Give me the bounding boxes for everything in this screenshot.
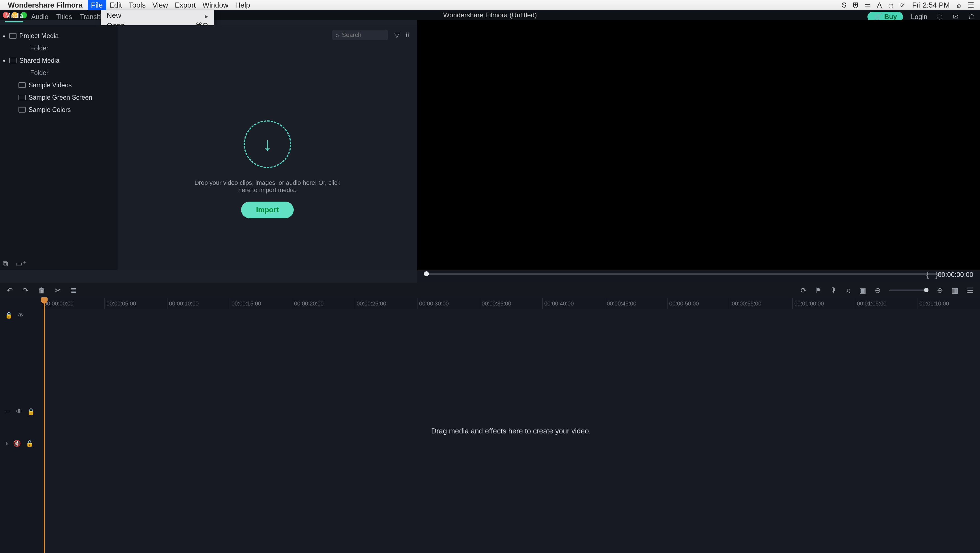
app-tab-bar: Media Audio Titles Transitions: [0, 10, 113, 22]
tab-audio[interactable]: Audio: [31, 13, 48, 22]
media-toolbar: ⌕ ▽ ⁞⁞: [118, 25, 417, 45]
audio-icon: ♪: [5, 440, 8, 447]
spotlight-icon[interactable]: ⌕: [955, 1, 963, 10]
import-button[interactable]: Import: [241, 202, 294, 218]
control-center-icon[interactable]: ☰: [967, 1, 974, 10]
scrub-knob[interactable]: [424, 271, 429, 276]
redo-icon[interactable]: ↷: [22, 286, 29, 295]
window-title: Wondershare Filmora (Untitled): [443, 11, 537, 19]
sidebar-shared-media[interactable]: Shared Media: [0, 54, 118, 67]
login-button[interactable]: Login: [911, 13, 928, 21]
ruler-tick: 00:00:15:00: [230, 298, 292, 309]
timeline-toolbar: ↶ ↷ 🗑 ✂ ≣ ⟳ ⚑ 🎙 ♫ ▣ ⊖ ⊕ ▥ ☰: [0, 283, 980, 298]
ruler-tick: 00:01:05:00: [855, 298, 917, 309]
track-header-video[interactable]: 🔒👁: [0, 309, 42, 321]
display-icon[interactable]: ▭: [864, 1, 871, 10]
drop-text: Drop your video clips, images, or audio …: [189, 179, 346, 194]
mark-in-out[interactable]: { }: [926, 270, 938, 279]
sidebar-folder-1[interactable]: Folder: [0, 42, 118, 54]
track-headers: 🔒👁 ▭👁🔒 ♪🔇🔒: [0, 298, 42, 553]
video-icon: ▭: [5, 408, 11, 415]
eye-icon[interactable]: 👁: [16, 408, 22, 415]
lock-icon[interactable]: 🔒: [27, 408, 35, 415]
new-folder-icon[interactable]: ▭⁺: [15, 259, 26, 268]
menu-help[interactable]: Help: [232, 0, 253, 10]
status-s-icon[interactable]: S: [840, 1, 848, 10]
ruler-tick: 00:00:10:00: [167, 298, 230, 309]
menu-export[interactable]: Export: [171, 0, 199, 10]
render-icon[interactable]: ⟳: [800, 286, 807, 295]
ruler-tick: 00:01:10:00: [918, 298, 980, 309]
menu-view[interactable]: View: [149, 0, 171, 10]
lock-icon[interactable]: 🔒: [26, 440, 33, 447]
menu-new[interactable]: New: [101, 10, 214, 21]
ruler-tick: 00:00:50:00: [667, 298, 730, 309]
tracks-icon[interactable]: ☰: [967, 286, 973, 295]
buy-label: Buy: [884, 13, 897, 21]
folder-icon: [19, 95, 26, 100]
playhead[interactable]: [44, 298, 45, 553]
menu-edit[interactable]: Edit: [106, 0, 126, 10]
macos-menubar: Wondershare Filmora File Edit Tools View…: [0, 0, 980, 10]
timeline-ruler[interactable]: 00:00:00:0000:00:05:0000:00:10:0000:00:1…: [42, 298, 980, 309]
download-icon: ↓: [243, 121, 291, 168]
sidebar-project-media[interactable]: Project Media: [0, 30, 118, 42]
folder-icon: [9, 58, 16, 63]
ruler-tick: 00:00:40:00: [542, 298, 605, 309]
account-icon[interactable]: ☖: [968, 13, 976, 21]
sidebar-folder-2[interactable]: Folder: [0, 67, 118, 79]
zoom-knob[interactable]: [924, 288, 929, 292]
media-sidebar: Project Media Folder Shared Media Folder…: [0, 25, 118, 270]
mute-icon[interactable]: 🔇: [13, 440, 21, 447]
menubar-clock[interactable]: Fri 2:54 PM: [912, 1, 950, 10]
brightness-icon[interactable]: ☼: [888, 1, 895, 10]
sidebar-sample-colors[interactable]: Sample Colors: [0, 103, 118, 116]
mail-icon[interactable]: ✉: [951, 13, 960, 21]
zoom-in-icon[interactable]: ⊕: [937, 286, 943, 295]
lock-icon[interactable]: 🔒: [5, 311, 13, 319]
track-header-audio[interactable]: ♪🔇🔒: [0, 437, 42, 450]
undo-icon[interactable]: ↶: [7, 286, 13, 295]
sidebar-sample-videos[interactable]: Sample Videos: [0, 79, 118, 91]
folder-icon: [9, 33, 16, 39]
search-input[interactable]: ⌕: [332, 30, 388, 40]
zoom-out-icon[interactable]: ⊖: [875, 286, 881, 295]
track-header-main[interactable]: ▭👁🔒: [0, 405, 42, 418]
voice-icon[interactable]: 🎙: [830, 286, 837, 295]
app-name: Wondershare Filmora: [8, 1, 83, 10]
crop-icon[interactable]: ▣: [859, 286, 866, 295]
shield-icon[interactable]: ⛨: [852, 1, 860, 10]
a-icon[interactable]: A: [876, 1, 883, 10]
folder-icon: [19, 107, 26, 113]
delete-icon[interactable]: 🗑: [38, 286, 45, 295]
menu-tools[interactable]: Tools: [126, 0, 149, 10]
fit-icon[interactable]: ▥: [951, 286, 958, 295]
ruler-tick: 00:00:20:00: [292, 298, 355, 309]
menu-window[interactable]: Window: [199, 0, 232, 10]
menu-file[interactable]: File: [88, 0, 106, 10]
drop-area[interactable]: ↓ Drop your video clips, images, or audi…: [189, 121, 346, 218]
zoom-slider[interactable]: [889, 289, 929, 291]
ruler-tick: 00:00:00:00: [42, 298, 105, 309]
sidebar-tools: ⧉ ▭⁺: [3, 259, 26, 268]
search-icon: ⌕: [336, 31, 339, 39]
marker-icon[interactable]: ⚑: [815, 286, 821, 295]
wifi-icon[interactable]: ᯤ: [899, 1, 907, 10]
tab-titles[interactable]: Titles: [56, 13, 72, 22]
eye-icon[interactable]: 👁: [18, 311, 24, 319]
cart-icon: 🛒: [873, 13, 882, 21]
scrub-bar[interactable]: [424, 273, 943, 275]
timeline-empty-msg: Drag media and effects here to create yo…: [431, 427, 591, 435]
ruler-tick: 00:00:25:00: [355, 298, 417, 309]
add-folder-icon[interactable]: ⧉: [3, 259, 8, 268]
ruler-tick: 00:00:35:00: [480, 298, 542, 309]
timeline-tracks[interactable]: Drag media and effects here to create yo…: [42, 309, 980, 553]
bell-icon[interactable]: ◌: [935, 13, 943, 21]
grid-icon[interactable]: ⁞⁞: [406, 31, 410, 39]
params-icon[interactable]: ≣: [70, 286, 77, 295]
audio-mix-icon[interactable]: ♫: [846, 286, 851, 295]
sidebar-sample-green[interactable]: Sample Green Screen: [0, 91, 118, 103]
split-icon[interactable]: ✂: [55, 286, 61, 295]
tab-media[interactable]: Media: [5, 12, 23, 22]
search-field[interactable]: [342, 31, 375, 39]
